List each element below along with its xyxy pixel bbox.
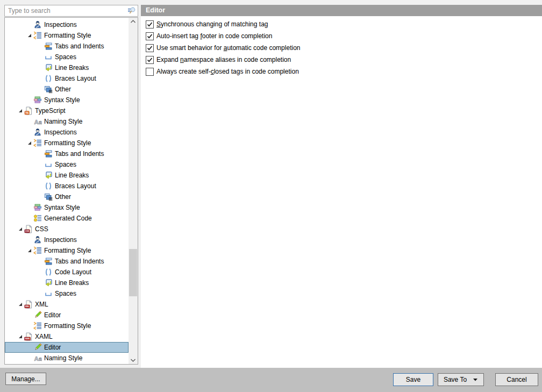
cancel-button[interactable]: Cancel (495, 373, 538, 386)
tree-item-line-breaks[interactable]: Line Breaks (5, 170, 129, 181)
tree-item-spaces[interactable]: Spaces (5, 159, 129, 170)
expander-spacer (36, 161, 44, 168)
expander-spacer (25, 311, 33, 319)
spaces-icon (44, 53, 53, 61)
tree-item-label: Editor (44, 344, 61, 351)
expander-collapse-icon[interactable] (16, 225, 24, 233)
tree-item-label: Naming Style (44, 354, 82, 362)
checked-checkbox[interactable] (146, 20, 154, 28)
expander-collapse-icon[interactable] (16, 333, 24, 340)
expander-spacer (36, 258, 44, 265)
other-icon (44, 85, 53, 94)
tree-item-xaml[interactable]: XAMLXAML (5, 331, 129, 342)
tree-item-other[interactable]: Other (5, 191, 129, 202)
scrollbar-down-icon[interactable] (129, 356, 138, 364)
settings-tree: InspectionsFormatting StyleTabs and Inde… (4, 17, 138, 365)
tree-item-syntax-style[interactable]: Syntax Style (5, 95, 129, 105)
checkbox-label-text: ynchronous changing of matching tag (161, 20, 268, 28)
expander-spacer (36, 268, 44, 276)
tree-item-label: Tabs and Indents (55, 42, 104, 50)
option-row-always-create-self-closed-tags-in-code-completion: Always create self-closed tags in code c… (141, 66, 542, 77)
unchecked-checkbox[interactable] (146, 68, 154, 76)
tree-item-formatting-style[interactable]: Formatting Style (5, 245, 129, 256)
tree-item-syntax-style[interactable]: Syntax Style (5, 202, 129, 213)
tree-scrollbar[interactable] (129, 18, 138, 364)
tree-item-other[interactable]: Other (5, 84, 129, 95)
checkbox-label-text: S (156, 20, 161, 28)
tree-item-formatting-style[interactable]: Formatting Style (5, 320, 129, 331)
scrollbar-up-icon[interactable] (129, 18, 138, 26)
tree-item-line-breaks[interactable]: Line Breaks (5, 62, 129, 73)
tree-item-label: Line Breaks (55, 172, 89, 179)
spaces-icon (44, 289, 53, 298)
typescript-icon: TS (24, 106, 33, 115)
tree-item-tabs-and-indents[interactable]: Tabs and Indents (5, 256, 129, 267)
tree-item-formatting-style[interactable]: Formatting Style (5, 138, 129, 148)
expander-collapse-icon[interactable] (25, 247, 33, 254)
tree-item-naming-style[interactable]: AaNaming Style (5, 116, 129, 127)
manage-button[interactable]: Manage... (5, 373, 46, 385)
panel-content: Synchronous changing of matching tagAuto… (141, 16, 542, 368)
tree-item-tabs-and-indents[interactable]: Tabs and Indents (5, 41, 129, 52)
xaml-icon: XAML (24, 332, 33, 341)
checkbox-label[interactable]: Use smart behavior for automatic code co… (156, 44, 300, 52)
tree-item-generated-code[interactable]: Generated Code (5, 213, 129, 224)
expander-collapse-icon[interactable] (25, 32, 33, 39)
tree-item-naming-style[interactable]: AaNaming Style (5, 353, 129, 364)
save-to-button[interactable]: Save To (438, 373, 484, 386)
naming-icon: Aa (33, 117, 42, 126)
tree-item-label: Other (55, 193, 71, 201)
checkbox-label[interactable]: Expand namespace aliases in code complet… (156, 56, 291, 63)
tree-item-inspections[interactable]: Inspections (5, 234, 129, 245)
tree-item-editor[interactable]: Editor (5, 310, 129, 320)
checkbox-label[interactable]: Auto-insert tag footer in code completio… (156, 32, 272, 40)
tree-item-editor[interactable]: Editor (5, 342, 129, 353)
tree-item-label: TypeScript (35, 107, 66, 115)
tree-item-label: Syntax Style (44, 204, 80, 211)
checkbox-label-text: ooter in code completion (202, 32, 273, 40)
tree-item-spaces[interactable]: Spaces (5, 288, 129, 299)
syntax-icon (33, 203, 42, 212)
expander-spacer (25, 322, 33, 330)
checked-checkbox[interactable] (146, 56, 154, 64)
gencode-icon (33, 214, 42, 223)
tree-item-formatting-style[interactable]: Formatting Style (5, 30, 129, 41)
tree-item-typescript[interactable]: TSTypeScript (5, 105, 129, 116)
tree-item-code-layout[interactable]: Code Layout (5, 267, 129, 277)
svg-text:TS: TS (25, 112, 28, 115)
tree-item-label: Line Breaks (55, 279, 89, 287)
footer-bar: Manage... Save Save To Cancel (0, 368, 542, 392)
tree-item-label: Formatting Style (44, 139, 91, 147)
checkbox-label[interactable]: Always create self-closed tags in code c… (156, 68, 299, 75)
expander-collapse-icon[interactable] (16, 107, 24, 115)
tree-item-braces-layout[interactable]: Braces Layout (5, 181, 129, 191)
tree-item-inspections[interactable]: Inspections (5, 19, 129, 30)
inspections-icon (33, 236, 42, 244)
tree-item-braces-layout[interactable]: Braces Layout (5, 73, 129, 84)
tree-item-label: Formatting Style (44, 322, 91, 330)
checked-checkbox[interactable] (146, 32, 154, 40)
checked-checkbox[interactable] (146, 44, 154, 52)
expander-collapse-icon[interactable] (25, 139, 33, 147)
tree-item-spaces[interactable]: Spaces (5, 52, 129, 62)
search-input[interactable] (5, 5, 127, 16)
expander-spacer (25, 204, 33, 211)
save-button[interactable]: Save (393, 373, 433, 386)
expander-collapse-icon[interactable] (16, 301, 24, 308)
expander-spacer (36, 85, 44, 93)
tree-item-line-breaks[interactable]: Line Breaks (5, 277, 129, 288)
scrollbar-thumb[interactable] (129, 249, 137, 296)
svg-text:XAML: XAML (25, 338, 30, 340)
expander-spacer (36, 64, 44, 72)
tree-item-label: XAML (35, 333, 53, 340)
search-filter-icon (127, 6, 136, 15)
tree-item-inspections[interactable]: Inspections (5, 127, 129, 138)
checkbox-label[interactable]: Synchronous changing of matching tag (156, 20, 268, 28)
option-row-auto-insert-tag-footer-in-code-completion: Auto-insert tag footer in code completio… (141, 30, 542, 42)
checkbox-label-text: Expand (156, 56, 180, 63)
option-row-expand-namespace-aliases-in-code-completion: Expand namespace aliases in code complet… (141, 54, 542, 66)
tree-item-css[interactable]: CSSCSS (5, 224, 129, 234)
tree-item-xml[interactable]: XMLXML (5, 299, 129, 310)
tree-item-tabs-and-indents[interactable]: Tabs and Indents (5, 148, 129, 159)
expander-spacer (25, 344, 33, 351)
